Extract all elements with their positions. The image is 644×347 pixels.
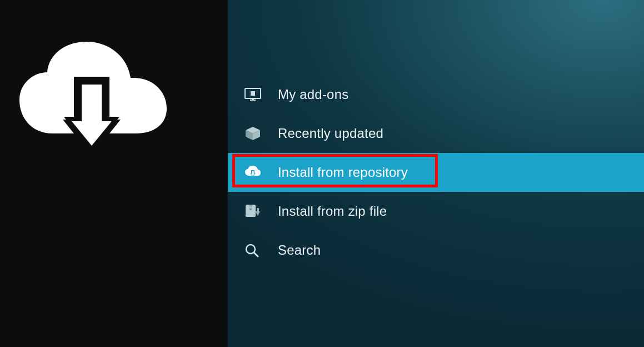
svg-rect-9 [82,85,102,125]
menu-item-label: My add-ons [278,87,644,102]
menu-item-label: Search [278,242,644,258]
svg-rect-6 [74,77,82,125]
menu-item-my-addons[interactable]: My add-ons [228,75,644,114]
svg-rect-27 [257,208,259,212]
svg-rect-20 [252,171,254,174]
open-box-icon [244,126,278,141]
sidebar [0,0,228,347]
monitor-box-icon [244,87,278,102]
svg-rect-14 [252,98,254,100]
menu-item-label: Install from zip file [278,204,644,219]
cloud-download-icon [58,0,169,169]
menu-item-install-from-zip[interactable]: Install from zip file [228,192,644,231]
app-root: My add-ons Recently updated [0,0,644,347]
menu-item-label: Recently updated [278,126,644,141]
cloud-download-small-icon [244,166,278,179]
svg-rect-24 [249,206,252,207]
main-panel: My add-ons Recently updated [228,0,644,347]
svg-rect-7 [102,77,109,125]
svg-rect-12 [251,91,255,96]
menu-item-search[interactable]: Search [228,231,644,270]
svg-rect-25 [249,207,252,209]
svg-line-29 [254,252,258,256]
search-icon [244,243,278,257]
menu-item-install-from-repository[interactable]: Install from repository [228,153,644,192]
menu-item-label: Install from repository [278,165,644,180]
menu-item-recently-updated[interactable]: Recently updated [228,114,644,153]
zip-install-icon [244,204,278,219]
